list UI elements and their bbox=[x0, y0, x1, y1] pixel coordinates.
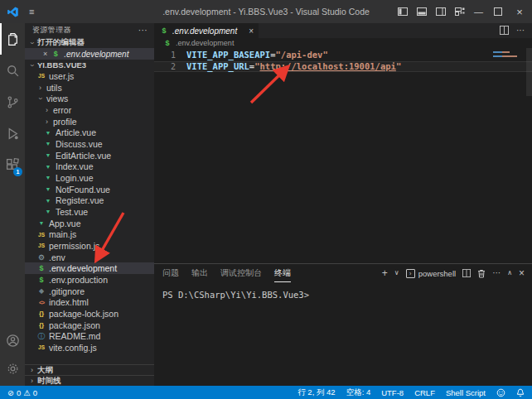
tree-item-.env.development[interactable]: $.env.development bbox=[25, 262, 154, 274]
vue-file-icon: ▼ bbox=[43, 186, 53, 192]
menu-icon[interactable]: ≡ bbox=[29, 7, 34, 17]
editor-scrollbar[interactable] bbox=[526, 48, 532, 96]
panel-more-actions-icon[interactable]: ··· bbox=[492, 269, 501, 277]
tree-item-README.md[interactable]: ⓘREADME.md bbox=[25, 330, 154, 342]
toggle-panel-icon[interactable] bbox=[412, 0, 431, 23]
account-icon[interactable] bbox=[0, 326, 25, 354]
cursor-position[interactable]: 行 2, 列 42 bbox=[297, 387, 335, 398]
tree-item-Login.vue[interactable]: ▼Login.vue bbox=[25, 172, 154, 184]
tree-item-utils[interactable]: ›utils bbox=[25, 82, 154, 94]
file-label: EditArticle.vue bbox=[56, 151, 111, 161]
minimize-button[interactable]: — bbox=[469, 0, 488, 23]
open-editor-item[interactable]: × $ .env.development bbox=[25, 48, 154, 60]
tree-item-Article.vue[interactable]: ▼Article.vue bbox=[25, 127, 154, 138]
extensions-badge: 1 bbox=[13, 167, 22, 176]
open-editors-label: 打开的编辑器 bbox=[37, 37, 85, 48]
kill-terminal-trash-icon[interactable] bbox=[477, 269, 486, 278]
views-more-actions-icon[interactable]: ··· bbox=[138, 26, 148, 35]
file-label: package-lock.json bbox=[49, 309, 118, 319]
new-terminal-icon[interactable]: + bbox=[382, 268, 388, 278]
chevron-right-icon: › bbox=[43, 118, 51, 126]
chevron-down-icon: › bbox=[28, 39, 36, 46]
tree-item-views[interactable]: ›views bbox=[25, 93, 154, 104]
settings-gear-icon[interactable] bbox=[0, 354, 25, 382]
outline-section[interactable]: › 大纲 bbox=[25, 364, 154, 375]
tree-item-error[interactable]: ›error bbox=[25, 104, 154, 116]
eol-sequence[interactable]: CRLF bbox=[414, 388, 435, 397]
extensions-icon[interactable]: 1 bbox=[0, 149, 25, 180]
source-control-icon[interactable] bbox=[0, 86, 25, 118]
vue-file-icon: ▼ bbox=[43, 198, 53, 204]
terminal-profile-dropdown-icon[interactable]: ∨ bbox=[394, 270, 399, 276]
file-label: vite.config.js bbox=[49, 343, 97, 353]
file-label: Login.vue bbox=[56, 173, 94, 183]
vue-file-icon: ▼ bbox=[43, 152, 53, 158]
tree-item-main.js[interactable]: JSmain.js bbox=[25, 228, 154, 240]
file-tree: JSuser.js›utils›views›error›profile▼Arti… bbox=[25, 70, 154, 353]
close-editor-icon[interactable]: × bbox=[43, 50, 47, 58]
encoding[interactable]: UTF-8 bbox=[381, 388, 404, 397]
close-panel-icon[interactable]: × bbox=[519, 268, 525, 278]
open-editors-section[interactable]: › 打开的编辑器 bbox=[25, 37, 154, 48]
tree-item-Test.vue[interactable]: ▼Test.vue bbox=[25, 206, 154, 218]
search-icon[interactable] bbox=[0, 55, 25, 86]
customize-layout-icon[interactable] bbox=[450, 0, 469, 23]
tab-env-development[interactable]: $ .env.development × bbox=[154, 23, 259, 38]
minimap[interactable] bbox=[491, 50, 521, 99]
tree-item-App.vue[interactable]: ▼App.vue bbox=[25, 218, 154, 229]
tree-item-permission.js[interactable]: JSpermission.js bbox=[25, 240, 154, 252]
run-debug-icon[interactable] bbox=[0, 118, 25, 149]
terminal-output[interactable]: PS D:\CSharp\Yi\Yi.BBS.Vue3> bbox=[154, 282, 532, 386]
panel-tab-调试控制台[interactable]: 调试控制台 bbox=[220, 264, 262, 282]
vscode-window: ≡ .env.development - Yi.BBS.Vue3 - Visua… bbox=[0, 0, 532, 399]
split-terminal-icon[interactable] bbox=[462, 269, 471, 277]
terminal-picker[interactable]: › powershell bbox=[406, 269, 456, 278]
code-text: VITE_APP_BASEAPI="/api-dev" bbox=[186, 50, 328, 61]
js-file-icon: JS bbox=[36, 243, 46, 248]
tree-item-vite.config.js[interactable]: JSvite.config.js bbox=[25, 342, 154, 353]
problems-status[interactable]: ⊘ 0 ⚠ 0 bbox=[7, 388, 37, 397]
project-root-section[interactable]: › YI.BBS.VUE3 bbox=[25, 60, 154, 70]
code-line-1[interactable]: 1VITE_APP_BASEAPI="/api-dev" bbox=[154, 50, 532, 61]
file-label: error bbox=[53, 105, 71, 115]
maximize-panel-icon[interactable]: ∧ bbox=[507, 270, 512, 276]
minimap-line-2 bbox=[493, 55, 517, 57]
panel-tab-问题[interactable]: 问题 bbox=[162, 264, 179, 282]
tree-item-package-lock.json[interactable]: {}package-lock.json bbox=[25, 308, 154, 320]
tree-item-EditArticle.vue[interactable]: ▼EditArticle.vue bbox=[25, 150, 154, 161]
code-editor[interactable]: 1VITE_APP_BASEAPI="/api-dev"2VITE_APP_UR… bbox=[154, 48, 532, 263]
chevron-right-icon: › bbox=[28, 377, 36, 385]
tree-item-package.json[interactable]: {}package.json bbox=[25, 320, 154, 331]
tree-item-profile[interactable]: ›profile bbox=[25, 116, 154, 127]
language-mode[interactable]: Shell Script bbox=[446, 388, 486, 397]
tree-item-.env.production[interactable]: $.env.production bbox=[25, 274, 154, 286]
panel-tab-输出[interactable]: 输出 bbox=[191, 264, 208, 282]
tree-item-Discuss.vue[interactable]: ▼Discuss.vue bbox=[25, 138, 154, 150]
close-button[interactable]: × bbox=[507, 0, 532, 23]
tree-item-Index.vue[interactable]: ▼Index.vue bbox=[25, 161, 154, 172]
breadcrumb[interactable]: $ .env.development bbox=[154, 38, 532, 48]
toggle-secondary-sidebar-icon[interactable] bbox=[431, 0, 450, 23]
tree-item-.gitignore[interactable]: ◆.gitignore bbox=[25, 286, 154, 297]
split-editor-icon[interactable] bbox=[500, 23, 509, 38]
explorer-icon[interactable] bbox=[0, 23, 25, 55]
file-label: Index.vue bbox=[56, 161, 94, 171]
code-line-2[interactable]: 2VITE_APP_URL="http://localhost:19001/ap… bbox=[154, 61, 532, 73]
indentation[interactable]: 空格: 4 bbox=[346, 387, 371, 398]
panel-tab-终端[interactable]: 终端 bbox=[274, 264, 291, 282]
notifications-bell-icon[interactable] bbox=[516, 388, 525, 397]
tree-item-index.html[interactable]: <>index.html bbox=[25, 296, 154, 308]
editor-more-actions-icon[interactable]: ··· bbox=[516, 26, 525, 35]
shell-name: powershell bbox=[418, 269, 456, 278]
tree-item-user.js[interactable]: JSuser.js bbox=[25, 70, 154, 82]
maximize-button[interactable] bbox=[488, 0, 507, 23]
timeline-section[interactable]: › 时间线 bbox=[25, 375, 154, 386]
tab-close-icon[interactable]: × bbox=[249, 26, 254, 36]
tree-item-.env[interactable]: ⚙.env bbox=[25, 252, 154, 263]
feedback-smiley-icon[interactable] bbox=[496, 388, 505, 397]
code-lines: 1VITE_APP_BASEAPI="/api-dev"2VITE_APP_UR… bbox=[154, 50, 532, 72]
tree-item-NotFound.vue[interactable]: ▼NotFound.vue bbox=[25, 184, 154, 195]
vue-file-icon: ▼ bbox=[43, 175, 53, 180]
toggle-sidebar-icon[interactable] bbox=[393, 0, 412, 23]
tree-item-Register.vue[interactable]: ▼Register.vue bbox=[25, 195, 154, 206]
